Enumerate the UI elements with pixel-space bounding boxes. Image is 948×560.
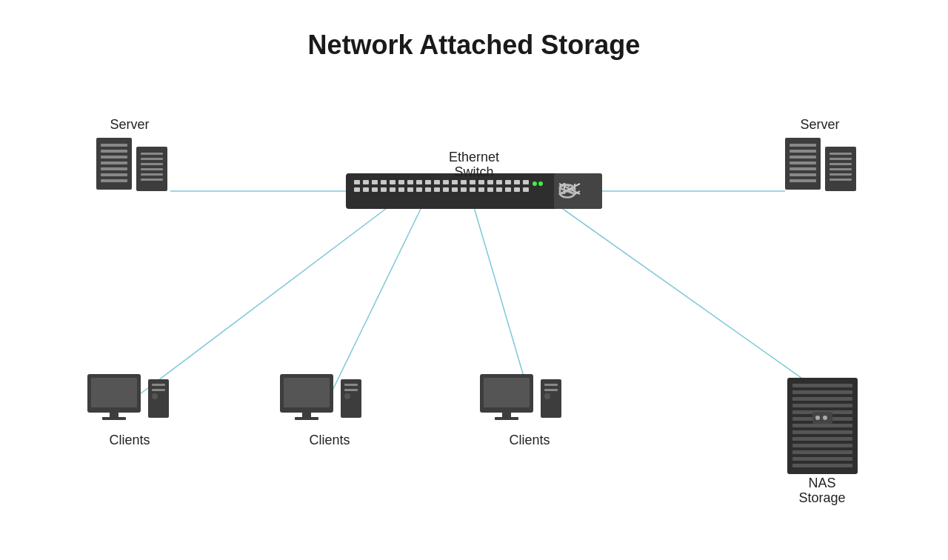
svg-rect-81 xyxy=(825,147,856,191)
svg-rect-46 xyxy=(523,187,529,192)
svg-rect-11 xyxy=(390,180,395,184)
svg-rect-86 xyxy=(830,173,852,176)
svg-rect-109 xyxy=(544,384,558,386)
svg-rect-68 xyxy=(141,158,163,160)
svg-line-2 xyxy=(137,204,393,396)
svg-rect-122 xyxy=(792,444,852,447)
svg-rect-113 xyxy=(792,384,852,387)
svg-rect-39 xyxy=(496,180,502,184)
server-right-label: Server xyxy=(800,117,839,132)
svg-point-48 xyxy=(538,181,543,186)
svg-rect-19 xyxy=(461,180,467,184)
svg-rect-26 xyxy=(381,187,387,192)
svg-rect-110 xyxy=(544,389,558,391)
svg-rect-102 xyxy=(344,389,358,391)
svg-rect-104 xyxy=(480,374,533,413)
svg-rect-66 xyxy=(136,147,167,191)
svg-rect-24 xyxy=(363,187,369,192)
svg-rect-6 xyxy=(346,173,602,209)
svg-rect-9 xyxy=(372,180,378,184)
svg-rect-88 xyxy=(87,374,141,413)
svg-rect-13 xyxy=(407,180,413,184)
svg-rect-23 xyxy=(354,187,360,192)
svg-rect-120 xyxy=(792,430,852,434)
page-title: Network Attached Storage xyxy=(0,0,948,61)
svg-rect-10 xyxy=(381,180,387,184)
svg-rect-72 xyxy=(141,179,163,181)
svg-rect-99 xyxy=(295,417,318,420)
svg-rect-30 xyxy=(416,187,422,192)
svg-rect-42 xyxy=(523,180,529,184)
svg-rect-31 xyxy=(425,187,431,192)
svg-rect-65 xyxy=(101,179,127,182)
svg-rect-94 xyxy=(152,389,165,391)
clients-1-label: Clients xyxy=(109,433,150,447)
svg-rect-83 xyxy=(830,158,852,160)
server-left-label: Server xyxy=(110,117,149,132)
svg-rect-79 xyxy=(790,173,816,176)
svg-rect-100 xyxy=(341,379,361,418)
svg-rect-105 xyxy=(484,378,530,407)
svg-rect-32 xyxy=(434,187,440,192)
svg-point-128 xyxy=(823,416,827,420)
svg-rect-8 xyxy=(363,180,369,184)
nas-storage-label-line1: NAS xyxy=(808,476,835,490)
svg-rect-85 xyxy=(830,168,852,170)
svg-rect-114 xyxy=(792,390,852,394)
svg-rect-75 xyxy=(790,150,816,153)
svg-rect-124 xyxy=(792,457,852,461)
svg-point-95 xyxy=(152,393,158,399)
svg-rect-43 xyxy=(496,187,502,192)
svg-rect-74 xyxy=(790,144,816,147)
svg-rect-28 xyxy=(398,187,404,192)
svg-rect-82 xyxy=(830,153,852,155)
svg-rect-15 xyxy=(425,180,431,184)
svg-rect-21 xyxy=(478,180,484,184)
svg-rect-108 xyxy=(541,379,561,418)
svg-rect-90 xyxy=(110,413,118,419)
svg-rect-29 xyxy=(407,187,413,192)
svg-rect-58 xyxy=(96,138,132,190)
svg-line-4 xyxy=(474,207,530,396)
svg-rect-101 xyxy=(344,384,358,386)
svg-rect-60 xyxy=(101,150,127,153)
svg-rect-91 xyxy=(102,417,126,420)
svg-rect-41 xyxy=(514,180,520,184)
svg-rect-12 xyxy=(398,180,404,184)
clients-3-label: Clients xyxy=(509,433,550,447)
svg-point-127 xyxy=(815,416,820,420)
svg-line-53 xyxy=(559,184,580,194)
svg-rect-27 xyxy=(390,187,395,192)
svg-rect-37 xyxy=(478,187,484,192)
svg-rect-126 xyxy=(812,412,832,424)
svg-rect-70 xyxy=(141,168,163,170)
svg-rect-89 xyxy=(91,378,137,407)
svg-rect-92 xyxy=(148,379,169,418)
svg-point-111 xyxy=(544,393,550,399)
svg-rect-84 xyxy=(830,163,852,165)
svg-rect-49 xyxy=(554,173,602,209)
svg-rect-7 xyxy=(354,180,360,184)
svg-rect-107 xyxy=(495,417,518,420)
svg-rect-112 xyxy=(787,378,858,474)
nas-storage-label-line2: Storage xyxy=(798,490,845,505)
svg-rect-119 xyxy=(792,424,852,427)
svg-rect-33 xyxy=(443,187,449,192)
svg-rect-38 xyxy=(487,187,493,192)
svg-rect-116 xyxy=(792,404,852,407)
svg-rect-80 xyxy=(790,179,816,182)
svg-rect-96 xyxy=(280,374,333,413)
svg-rect-36 xyxy=(470,187,475,192)
svg-rect-34 xyxy=(452,187,458,192)
svg-rect-118 xyxy=(792,417,852,421)
svg-rect-67 xyxy=(141,153,163,155)
svg-rect-71 xyxy=(141,173,163,176)
svg-rect-45 xyxy=(514,187,520,192)
svg-rect-14 xyxy=(416,180,422,184)
ethernet-switch-label-line1: Ethernet xyxy=(449,150,499,164)
svg-point-103 xyxy=(344,393,350,399)
svg-rect-61 xyxy=(101,156,127,159)
svg-rect-115 xyxy=(792,397,852,401)
svg-rect-98 xyxy=(302,413,311,419)
svg-rect-62 xyxy=(101,161,127,164)
